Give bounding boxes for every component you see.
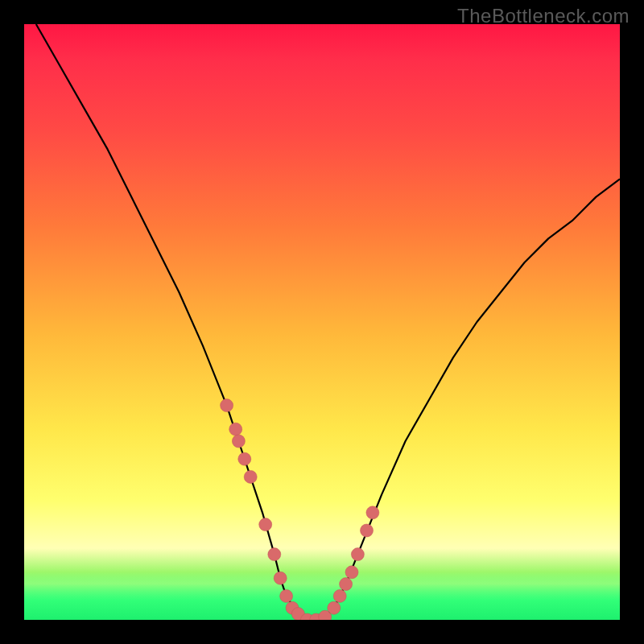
marker-dot: [351, 548, 364, 561]
marker-dot: [221, 399, 233, 412]
bottleneck-markers: [221, 399, 379, 620]
marker-dot: [345, 566, 358, 579]
marker-dot: [232, 435, 245, 448]
marker-dot: [268, 548, 281, 561]
bottleneck-curve: [36, 24, 620, 620]
chart-plot-area: [24, 24, 620, 620]
marker-dot: [244, 470, 257, 483]
bottleneck-curve-svg: [24, 24, 620, 620]
marker-dot: [328, 601, 341, 614]
marker-dot: [280, 589, 293, 602]
marker-dot: [366, 506, 379, 519]
marker-dot: [333, 589, 346, 602]
chart-frame: TheBottleneck.com: [0, 0, 644, 644]
marker-dot: [274, 572, 287, 584]
marker-dot: [229, 423, 242, 436]
marker-dot: [340, 578, 353, 591]
marker-dot: [238, 452, 251, 465]
marker-dot: [361, 524, 374, 537]
marker-dot: [259, 518, 272, 531]
